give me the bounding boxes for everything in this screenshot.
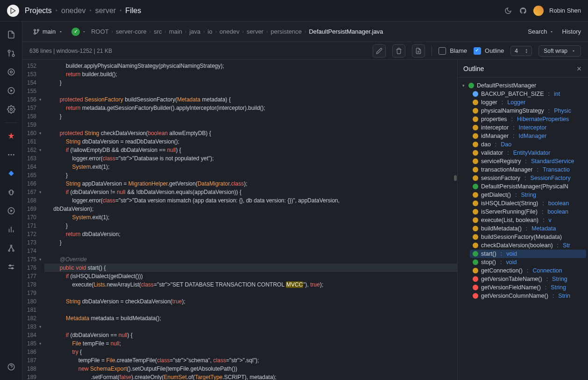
username[interactable]: Robin Shen (549, 7, 581, 14)
path-crumb[interactable]: persistence (271, 28, 302, 35)
nav-settings-icon[interactable] (3, 101, 20, 118)
code-panel[interactable]: 152153154155156▾157158159160▾161162▾1631… (22, 60, 457, 380)
outline-tree[interactable]: ▾DefaultPersistManagerBACKUP_BATCH_SIZE:… (458, 78, 588, 380)
path-crumb[interactable]: main (169, 28, 182, 35)
nav-files-icon[interactable] (3, 26, 20, 43)
github-icon[interactable] (518, 6, 528, 15)
code-line[interactable]: tempFile = File.createTempFile(class="st… (44, 356, 457, 365)
outline-item[interactable]: isHSQLDialect(String):boolean (470, 199, 586, 208)
build-status-icon[interactable]: ✓ (71, 28, 80, 36)
code-line[interactable]: logger.error(class="str">"Database is no… (44, 154, 457, 163)
code-line[interactable]: public void start() { (44, 264, 457, 272)
outline-item[interactable]: getConnection():Connection (470, 266, 586, 275)
code-line[interactable] (44, 121, 457, 129)
nav-rocket-icon[interactable] (3, 128, 20, 144)
code-line[interactable]: System.exit(1); (44, 163, 457, 171)
code-line[interactable]: logger.error(class="str">"Data version m… (44, 196, 457, 205)
outline-item[interactable]: DefaultPersistManager(PhysicalN (470, 182, 586, 191)
code-line[interactable]: @Override (44, 255, 457, 264)
nav-more-icon[interactable] (3, 146, 20, 163)
raw-button[interactable] (412, 44, 425, 57)
nav-play-icon[interactable] (3, 202, 20, 219)
outline-item[interactable]: start():void (470, 250, 586, 258)
delete-button[interactable] (392, 44, 405, 57)
code-line[interactable]: Metadata metadata = buildMetadata(); (44, 314, 457, 323)
code-line[interactable]: if (dbDataVersion == null) { (44, 331, 457, 339)
history-link[interactable]: History (562, 28, 581, 35)
blame-toggle[interactable]: Blame (439, 47, 467, 55)
code-line[interactable]: } (44, 112, 457, 121)
code-line[interactable]: String dbDataVersion = readDbDataVersion… (44, 137, 457, 146)
projects-link[interactable]: Projects (25, 7, 52, 15)
code-line[interactable]: String appDataVersion = MigrationHelper.… (44, 179, 457, 188)
code-line[interactable]: try { (44, 348, 457, 356)
code-line[interactable] (44, 87, 457, 95)
user-avatar[interactable] (533, 6, 544, 16)
outline-toggle[interactable]: Outline (474, 47, 504, 55)
outline-item[interactable]: interceptor:Interceptor (470, 123, 586, 132)
code-line[interactable]: } (44, 238, 457, 247)
code-line[interactable]: return metadata.getSessionFactoryBuilder… (44, 104, 457, 112)
code-line[interactable] (44, 306, 457, 314)
nav-bug-icon[interactable] (3, 184, 20, 201)
tab-size-input[interactable]: 4 ▲▼ (510, 46, 532, 56)
code-line[interactable]: return dbDataVersion; (44, 230, 457, 238)
code-line[interactable]: protected String checkDataVersion(boolea… (44, 129, 457, 137)
code-line[interactable]: dbDataVersion); (44, 205, 457, 213)
outline-item[interactable]: serviceRegistry:StandardService (470, 157, 586, 165)
scrollbar[interactable] (453, 60, 457, 380)
outline-item[interactable]: getDialect():String (470, 191, 586, 199)
code-line[interactable]: return builder.build(); (44, 70, 457, 79)
outline-root[interactable]: ▾DefaultPersistManager (460, 81, 586, 90)
code-line[interactable]: String dbDataVersion = checkDataVersion(… (44, 297, 457, 306)
outline-item[interactable]: execute(List, boolean):v (470, 216, 586, 224)
outline-item[interactable]: properties:HibernateProperties (470, 115, 586, 123)
path-crumb[interactable]: onedev (220, 28, 240, 35)
theme-icon[interactable] (503, 6, 513, 15)
code-line[interactable]: execute(Lists.newArrayList(class="str">"… (44, 280, 457, 289)
outline-item[interactable]: validator:EntityValidator (470, 149, 586, 157)
code-line[interactable]: builder.applyPhysicalNamingStrategy(phys… (44, 62, 457, 70)
path-crumb[interactable]: server (247, 28, 263, 35)
path-crumb[interactable]: ROOT (91, 28, 109, 35)
outline-item[interactable]: BACKUP_BATCH_SIZE:int (470, 90, 586, 98)
code-line[interactable]: protected SessionFactory buildSessionFac… (44, 95, 457, 104)
outline-item[interactable]: buildSessionFactory(Metadata) (470, 233, 586, 241)
outline-item[interactable]: physicalNamingStrategy:Physic (470, 107, 586, 115)
code-line[interactable]: } (44, 222, 457, 230)
crumb-server[interactable]: server (95, 7, 116, 15)
outline-item[interactable]: buildMetadata():Metadata (470, 224, 586, 233)
outline-item[interactable]: getVersionColumnName():Strin (470, 292, 586, 300)
path-crumb[interactable]: src (154, 28, 162, 35)
nav-builds-icon[interactable] (3, 82, 20, 99)
path-crumb[interactable]: java (189, 28, 200, 35)
outline-item[interactable]: getVersionFieldName():String (470, 283, 586, 292)
path-crumb[interactable]: io (208, 28, 213, 35)
code-line[interactable]: } (44, 171, 457, 179)
chevron-down-icon[interactable] (82, 29, 86, 34)
code-line[interactable]: if (!allowEmptyDB && dbDataVersion == nu… (44, 146, 457, 154)
close-icon[interactable] (576, 65, 582, 72)
path-crumb[interactable]: server-core (116, 28, 147, 35)
outline-item[interactable]: isServerRunning(File):boolean (470, 208, 586, 216)
nav-help-icon[interactable] (3, 358, 20, 375)
nav-diamond-icon[interactable] (3, 165, 20, 182)
code-line[interactable]: File tempFile = null; (44, 339, 457, 348)
code-line[interactable]: new SchemaExport().setOutputFile(tempFil… (44, 365, 457, 373)
code-line[interactable] (44, 247, 457, 255)
search-dropdown[interactable]: Search (528, 28, 553, 35)
code-line[interactable]: .setFormat(false).createOnly(EnumSet.of(… (44, 373, 457, 380)
app-logo[interactable] (7, 5, 19, 17)
code-line[interactable]: if (dbDataVersion != null && !dbDataVers… (44, 188, 457, 196)
code-line[interactable]: } (44, 79, 457, 87)
outline-item[interactable]: idManager:IdManager (470, 132, 586, 140)
crumb-onedev[interactable]: onedev (61, 7, 86, 15)
code-line[interactable] (44, 289, 457, 297)
branch-selector[interactable]: main (29, 26, 67, 37)
outline-item[interactable]: dao:Dao (470, 140, 586, 149)
code-line[interactable]: if (isHSQLDialect(getDialect())) (44, 272, 457, 280)
outline-item[interactable]: logger:Logger (470, 98, 586, 107)
outline-item[interactable]: getVersionTableName():String (470, 275, 586, 283)
nav-pull-requests-icon[interactable] (3, 45, 20, 62)
code-line[interactable] (44, 323, 457, 331)
